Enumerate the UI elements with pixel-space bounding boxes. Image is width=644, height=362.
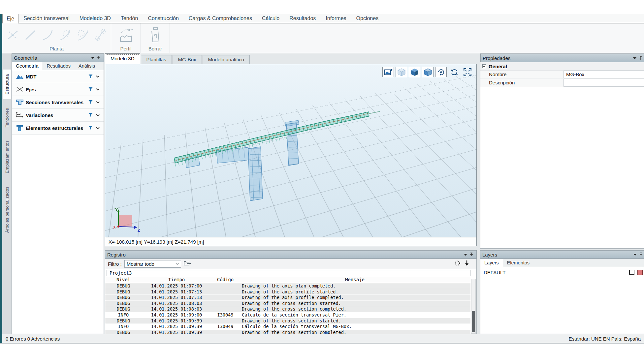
log-project-node[interactable]: Project3 (107, 270, 470, 276)
tab-plantillas[interactable]: Plantillas (141, 55, 172, 64)
log-scrollbar[interactable] (471, 279, 476, 334)
arc-radius-icon[interactable] (57, 25, 73, 45)
collapse-icon[interactable] (632, 55, 638, 61)
rail-tab-emplazamientos[interactable]: Emplazamientos (3, 136, 11, 178)
menu-tendon[interactable]: Tendón (116, 14, 143, 23)
geometry-item-label: Variaciones (26, 112, 86, 118)
filter-dropdown[interactable]: Mostrar todo (124, 260, 181, 268)
log-panel-header: Registro (105, 250, 477, 259)
log-row[interactable]: DEBUG 14.01.2025 01:08:03 Drawing of the… (105, 301, 470, 307)
geometry-panel: Geometría Geometría Resultados Análisis (12, 53, 104, 334)
log-row[interactable]: DEBUG 14.01.2025 01:07:00 Drawing of the… (105, 283, 470, 289)
arc-tangent-icon[interactable] (75, 25, 91, 45)
log-level: DEBUG (105, 283, 142, 289)
tab-layers[interactable]: Layers (480, 259, 503, 267)
arc-icon[interactable] (40, 25, 56, 45)
collapse-box-icon[interactable] (482, 64, 486, 68)
refresh-icon[interactable] (448, 67, 460, 77)
chevron-down-icon[interactable] (94, 101, 101, 104)
menu-cargas-comprobaciones[interactable]: Cargas & Comprobaciones (184, 14, 257, 23)
rail-tab-tendones[interactable]: Tendones (3, 104, 11, 132)
tab-analisis[interactable]: Análisis (75, 62, 99, 70)
property-row-nombre: Nombre MG-Box (480, 71, 644, 79)
property-value-field[interactable]: MG-Box (564, 71, 644, 78)
log-row[interactable]: INFO 14.01.2025 01:09:00 I30049 Cálculo … (105, 312, 470, 318)
tab-modelo-analitico[interactable]: Modelo analítico (203, 55, 250, 64)
chevron-down-icon[interactable] (94, 127, 101, 129)
layer-row-default[interactable]: DEFAULT (480, 268, 644, 276)
cube-shaded-icon[interactable] (422, 67, 434, 77)
profile-icon[interactable] (114, 25, 138, 45)
window-left-border (0, 14, 2, 343)
menu-resultados[interactable]: Resultados (284, 14, 321, 23)
export-log-icon[interactable] (184, 260, 191, 267)
geometry-item-ejes[interactable]: Ejes (12, 83, 104, 96)
menu-eje[interactable]: Eje (2, 14, 18, 23)
column-nivel[interactable]: Nivel (105, 277, 142, 283)
filter-value: Mostrar todo (127, 261, 154, 267)
tab-resultados[interactable]: Resultados (43, 62, 75, 70)
filter-funnel-icon[interactable] (86, 113, 94, 117)
menu-seccion-transversal[interactable]: Sección transversal (18, 14, 75, 23)
menu-modelado-3d[interactable]: Modelado 3D (75, 14, 116, 23)
export-image-icon[interactable] (382, 67, 394, 77)
fit-view-icon[interactable] (462, 67, 473, 77)
rotate-object-icon[interactable]: A (435, 67, 447, 77)
log-row[interactable]: INFO 14.01.2025 01:09:39 I30049 Cálculo … (105, 324, 470, 330)
scroll-to-bottom-icon[interactable] (465, 260, 469, 267)
collapse-icon[interactable] (463, 252, 468, 257)
pin-icon[interactable] (638, 252, 644, 257)
trash-icon[interactable] (144, 25, 167, 45)
properties-group-general[interactable]: General (480, 62, 644, 71)
log-message: Drawing of the cross section completed. (239, 306, 470, 312)
cross-point-icon[interactable] (5, 25, 21, 45)
pin-icon[interactable] (638, 55, 644, 61)
log-row[interactable]: DEBUG 14.01.2025 01:07:13 Drawing of the… (105, 295, 470, 301)
pin-icon[interactable] (96, 55, 102, 60)
s-curve-icon[interactable] (92, 25, 108, 45)
geometry-item-variaciones[interactable]: Variaciones (12, 109, 104, 122)
layer-color-swatch[interactable] (637, 270, 643, 275)
line-icon[interactable] (22, 25, 39, 45)
property-value-field[interactable] (564, 79, 644, 87)
geometry-item-secciones[interactable]: Secciones transversales (12, 96, 104, 109)
geometry-item-label: MDT (26, 74, 86, 79)
rail-tab-estructura[interactable]: Estructura (3, 69, 11, 100)
menu-informes[interactable]: Informes (321, 14, 351, 23)
log-row[interactable]: DEBUG 14.01.2025 01:09:39 Drawing of the… (105, 318, 470, 324)
chevron-down-icon[interactable] (94, 75, 101, 78)
cube-solid-icon[interactable] (409, 67, 420, 77)
cube-wireframe-icon[interactable] (396, 67, 407, 77)
filter-funnel-icon[interactable] (86, 87, 94, 91)
column-codigo[interactable]: Código (211, 277, 239, 283)
viewport-3d[interactable]: Y X Z (105, 64, 477, 246)
rail-tab-arboles-personalizados[interactable]: Árboles personalizados (3, 182, 11, 237)
collapse-icon[interactable] (632, 252, 638, 257)
filter-funnel-icon[interactable] (86, 126, 94, 130)
column-mensaje[interactable]: Mensaje (239, 277, 470, 283)
log-row[interactable]: DEBUG 14.01.2025 01:08:03 Drawing of the… (105, 306, 470, 312)
scene-3d[interactable]: Y X Z (105, 64, 476, 237)
tab-geometria[interactable]: Geometría (12, 62, 43, 70)
geometry-item-elementos[interactable]: Elementos estructurales (12, 122, 104, 135)
pin-icon[interactable] (468, 252, 474, 257)
geometry-item-mdt[interactable]: MDT (12, 70, 104, 83)
log-scrollbar-thumb[interactable] (472, 311, 475, 332)
menu-calculo[interactable]: Cálculo (257, 14, 284, 23)
tab-elementos[interactable]: Elementos (503, 259, 534, 267)
column-tiempo[interactable]: Tiempo (142, 277, 211, 283)
chevron-down-icon[interactable] (94, 114, 101, 116)
busy-indicator-icon (455, 260, 461, 267)
menu-opciones[interactable]: Opciones (351, 14, 384, 23)
menu-construccion[interactable]: Construcción (143, 14, 183, 23)
collapse-icon[interactable] (90, 55, 96, 60)
tab-modelo-3d[interactable]: Modelo 3D (105, 53, 140, 64)
tab-mg-box[interactable]: MG-Box (173, 55, 202, 64)
filter-funnel-icon[interactable] (86, 100, 94, 104)
filter-funnel-icon[interactable] (86, 75, 94, 78)
log-message: Drawing of the axis plan completed. (239, 283, 470, 289)
chevron-down-icon[interactable] (94, 88, 101, 91)
log-row[interactable]: DEBUG 14.01.2025 01:07:13 Drawing of the… (105, 289, 470, 295)
ribbon-group-perfil: Perfil (111, 23, 141, 53)
layer-visibility-checkbox[interactable] (629, 270, 634, 275)
